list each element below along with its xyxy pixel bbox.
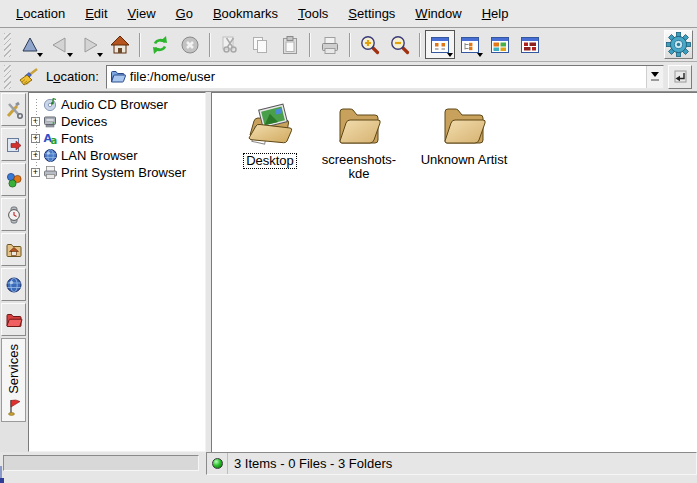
chevron-down-icon xyxy=(67,53,73,57)
tree-view-button[interactable] xyxy=(455,30,485,59)
location-input[interactable] xyxy=(130,67,646,87)
history-clock-icon xyxy=(5,206,23,224)
menu-help[interactable]: Help xyxy=(472,2,519,25)
tree-item-fonts[interactable]: A a Fonts xyxy=(29,130,205,147)
home-folder-icon xyxy=(5,241,23,259)
menu-bookmarks[interactable]: Bookmarks xyxy=(203,2,288,25)
tree-item-label: Print System Browser xyxy=(61,165,186,180)
cut-button[interactable] xyxy=(215,30,245,59)
paste-icon xyxy=(279,34,301,56)
menu-tools[interactable]: Tools xyxy=(288,2,338,25)
toolbar-separator xyxy=(419,33,421,57)
menubar: Location Edit View Go Bookmarks Tools Se… xyxy=(0,0,697,28)
go-button[interactable] xyxy=(668,65,692,89)
multicolumn-view-icon xyxy=(489,34,511,56)
file-item-label: screenshots-kde xyxy=(316,153,402,181)
toolbar-separator xyxy=(309,33,311,57)
print-button[interactable] xyxy=(315,30,345,59)
network-globe-icon xyxy=(5,276,23,294)
tree-item-devices[interactable]: Devices xyxy=(29,113,205,130)
folder-icon xyxy=(440,101,488,149)
tree-item-label: LAN Browser xyxy=(61,148,138,163)
clear-location-button[interactable] xyxy=(15,64,43,90)
toolbar-separator xyxy=(349,33,351,57)
menu-settings[interactable]: Settings xyxy=(338,2,405,25)
sidebar-tree: Audio CD Browser Devices A a Fonts xyxy=(28,92,206,452)
cut-icon xyxy=(219,34,241,56)
desktop-folder-icon xyxy=(246,101,294,149)
toolbar-drag-handle[interactable] xyxy=(4,33,11,57)
window-corner-accent xyxy=(0,478,4,483)
sidebar-tab-bookmarks[interactable] xyxy=(1,128,26,161)
sidebar-tab-applications[interactable] xyxy=(1,163,26,196)
zoom-out-button[interactable] xyxy=(385,30,415,59)
main-toolbar xyxy=(0,28,697,62)
green-led-icon xyxy=(212,458,223,469)
menu-window[interactable]: Window xyxy=(405,2,471,25)
stop-button[interactable] xyxy=(175,30,205,59)
sidebar-tab-services-label: Services xyxy=(6,344,21,394)
content-area: Services Audio CD Browser xyxy=(0,92,697,452)
fonts-icon: A a xyxy=(43,131,58,146)
zoom-out-icon xyxy=(389,34,411,56)
reload-button[interactable] xyxy=(145,30,175,59)
sidebar-status-area xyxy=(0,452,206,475)
expand-plus-icon[interactable] xyxy=(31,168,40,177)
window-bottom-filler xyxy=(0,475,697,483)
icon-view-button[interactable] xyxy=(425,30,455,59)
open-folder-icon xyxy=(110,69,126,85)
menu-edit[interactable]: Edit xyxy=(75,2,117,25)
configure-icon xyxy=(5,101,23,119)
sidebar-tab-root-folder[interactable] xyxy=(1,303,26,336)
toolbar-separator xyxy=(209,33,211,57)
multicolumn-view-button[interactable] xyxy=(485,30,515,59)
copy-icon xyxy=(249,34,271,56)
up-button[interactable] xyxy=(15,30,45,59)
sidebar-tab-configure[interactable] xyxy=(1,93,26,126)
location-dropdown-arrow[interactable] xyxy=(646,66,663,88)
sidebar-tab-services[interactable]: Services xyxy=(1,338,26,422)
location-toolbar: Location: xyxy=(0,62,697,92)
toolbar-drag-handle[interactable] xyxy=(4,65,11,89)
detail-view-button[interactable] xyxy=(515,30,545,59)
file-item-label: Unknown Artist xyxy=(419,153,510,167)
paste-button[interactable] xyxy=(275,30,305,59)
back-button[interactable] xyxy=(45,30,75,59)
tree-item-lan-browser[interactable]: LAN Browser xyxy=(29,147,205,164)
chevron-down-icon xyxy=(447,53,453,57)
sidebar-tab-network[interactable] xyxy=(1,268,26,301)
menu-view[interactable]: View xyxy=(118,2,166,25)
menu-go[interactable]: Go xyxy=(166,2,203,25)
status-led-cell xyxy=(207,453,228,474)
devices-icon xyxy=(43,114,58,129)
menu-location[interactable]: Location xyxy=(6,2,75,25)
file-item-label: Desktop xyxy=(243,153,297,169)
folder-icon xyxy=(335,101,383,149)
home-button[interactable] xyxy=(105,30,135,59)
bookmark-page-icon xyxy=(5,136,23,154)
tree-item-print-system-browser[interactable]: Print System Browser xyxy=(29,164,205,181)
tree-item-label: Devices xyxy=(61,114,107,129)
forward-button[interactable] xyxy=(75,30,105,59)
chevron-down-icon xyxy=(37,53,43,57)
file-item-screenshots-kde[interactable]: screenshots-kde xyxy=(316,101,402,181)
sidebar-tab-history[interactable] xyxy=(1,198,26,231)
file-item-desktop[interactable]: Desktop xyxy=(228,101,312,169)
toolbar-separator xyxy=(139,33,141,57)
svg-text:a: a xyxy=(51,135,58,146)
zoom-in-button[interactable] xyxy=(355,30,385,59)
status-text: 3 Items - 0 Files - 3 Folders xyxy=(228,456,392,471)
sidebar-tab-home-folder[interactable] xyxy=(1,233,26,266)
throbber-box[interactable] xyxy=(664,30,693,59)
tree-item-audio-cd-browser[interactable]: Audio CD Browser xyxy=(29,96,205,113)
file-item-unknown-artist[interactable]: Unknown Artist xyxy=(410,101,518,167)
file-icon-view[interactable]: Desktop screenshots-kde xyxy=(211,92,697,452)
progress-bar xyxy=(3,455,199,471)
tree-item-label: Audio CD Browser xyxy=(61,97,168,112)
audio-cd-icon xyxy=(43,97,58,112)
tree-guide-line xyxy=(36,99,37,169)
lan-globe-icon xyxy=(43,148,58,163)
chevron-down-icon xyxy=(477,53,483,57)
location-label: Location: xyxy=(46,69,99,84)
copy-button[interactable] xyxy=(245,30,275,59)
